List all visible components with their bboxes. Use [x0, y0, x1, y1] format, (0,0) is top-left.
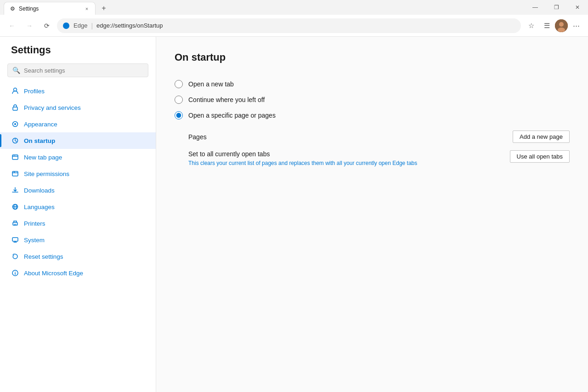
pages-header: Pages Add a new page: [188, 131, 570, 143]
sidebar-item-system[interactable]: System: [0, 232, 156, 248]
appearance-icon: [11, 120, 19, 128]
sidebar-item-languages[interactable]: Languages: [0, 199, 156, 215]
option-open-specific[interactable]: Open a specific page or pages: [175, 108, 570, 123]
add-new-page-button[interactable]: Add a new page: [513, 131, 570, 143]
option-continue-where-label: Continue where you left off: [188, 96, 265, 103]
main-content: On startup Open a new tab Continue where…: [156, 37, 588, 392]
svg-point-0: [63, 23, 69, 29]
sidebar-item-label-system: System: [24, 237, 148, 244]
settings-title: Settings: [0, 44, 156, 63]
sidebar: Settings 🔍 Profiles Privacy and servic: [0, 37, 156, 392]
svg-rect-11: [12, 171, 18, 176]
search-icon: 🔍: [12, 67, 20, 74]
sidebar-item-downloads[interactable]: Downloads: [0, 182, 156, 199]
sidebar-item-about[interactable]: About Microsoft Edge: [0, 265, 156, 281]
browser-content: Settings 🔍 Profiles Privacy and servic: [0, 37, 588, 392]
window-controls: — ❐ ✕: [525, 0, 588, 15]
radio-open-specific[interactable]: [175, 111, 183, 119]
sidebar-item-profiles[interactable]: Profiles: [0, 83, 156, 99]
tab-close-button[interactable]: ×: [83, 5, 90, 12]
more-button[interactable]: ⋯: [569, 18, 583, 33]
sidebar-item-label-reset-settings: Reset settings: [24, 253, 148, 260]
settings-tab-icon: ⚙: [9, 5, 16, 12]
back-button[interactable]: ←: [5, 18, 19, 33]
option-open-new-tab[interactable]: Open a new tab: [175, 76, 570, 92]
svg-point-2: [559, 22, 564, 27]
on-startup-icon: [11, 136, 19, 145]
address-url: edge://settings/onStartup: [96, 22, 163, 29]
sidebar-item-label-appearance: Appearance: [24, 121, 148, 128]
option-open-new-tab-label: Open a new tab: [188, 80, 234, 88]
sidebar-item-label-on-startup: On startup: [24, 137, 148, 144]
site-permissions-icon: [11, 170, 19, 178]
sidebar-item-label-privacy: Privacy and services: [24, 104, 148, 111]
svg-rect-10: [13, 155, 15, 156]
sidebar-item-printers[interactable]: Printers: [0, 215, 156, 232]
option-open-specific-label: Open a specific page or pages: [188, 112, 276, 119]
sidebar-item-on-startup[interactable]: On startup: [0, 132, 156, 149]
sidebar-item-label-about: About Microsoft Edge: [24, 270, 148, 277]
sidebar-item-site-permissions[interactable]: Site permissions: [0, 165, 156, 182]
address-box[interactable]: Edge | edge://settings/onStartup: [57, 18, 521, 33]
radio-open-new-tab[interactable]: [175, 80, 183, 88]
svg-rect-18: [12, 238, 18, 241]
profile-avatar[interactable]: [555, 19, 568, 32]
reset-settings-icon: [11, 252, 19, 261]
profiles-icon: [11, 87, 19, 95]
svg-point-3: [558, 28, 565, 32]
favorites-button[interactable]: ☆: [524, 18, 538, 33]
languages-icon: [11, 203, 19, 211]
edge-logo-icon: [62, 22, 70, 29]
printers-icon: [11, 219, 19, 227]
open-tabs-title: Set to all currently open tabs: [188, 150, 501, 158]
svg-rect-17: [13, 222, 17, 225]
privacy-icon: [11, 103, 19, 112]
close-button[interactable]: ✕: [567, 0, 588, 15]
page-title: On startup: [175, 51, 570, 63]
system-icon: [11, 236, 19, 244]
sidebar-item-label-new-tab-page: New tab page: [24, 154, 148, 161]
open-tabs-row: Set to all currently open tabs This clea…: [188, 150, 570, 167]
sidebar-item-label-printers: Printers: [24, 220, 148, 227]
svg-point-20: [15, 272, 16, 273]
search-box[interactable]: 🔍: [7, 63, 148, 77]
radio-continue-where[interactable]: [175, 96, 183, 104]
open-tabs-info: Set to all currently open tabs This clea…: [188, 150, 501, 167]
sidebar-item-new-tab-page[interactable]: New tab page: [0, 149, 156, 165]
tab-strip: ⚙ Settings × +: [0, 0, 525, 15]
refresh-button[interactable]: ⟳: [40, 18, 54, 33]
use-all-open-tabs-button[interactable]: Use all open tabs: [510, 150, 570, 163]
open-tabs-desc: This clears your current list of pages a…: [188, 159, 501, 167]
sidebar-item-label-downloads: Downloads: [24, 187, 148, 194]
pages-section: Pages Add a new page Set to all currentl…: [188, 131, 570, 167]
search-input[interactable]: [24, 67, 143, 74]
settings-tab-label: Settings: [19, 6, 80, 12]
addressbar: ← → ⟳ Edge | edge://settings/onStartup ☆…: [0, 15, 588, 37]
about-icon: [11, 269, 19, 277]
forward-button[interactable]: →: [22, 18, 37, 33]
restore-button[interactable]: ❐: [546, 0, 567, 15]
settings-tab[interactable]: ⚙ Settings ×: [4, 2, 96, 15]
collections-button[interactable]: ☰: [539, 18, 554, 33]
svg-rect-5: [13, 107, 17, 110]
pages-label: Pages: [188, 133, 207, 141]
sidebar-item-appearance[interactable]: Appearance: [0, 116, 156, 132]
address-brand: Edge: [74, 22, 87, 29]
sidebar-item-privacy[interactable]: Privacy and services: [0, 99, 156, 116]
svg-point-7: [14, 123, 16, 125]
titlebar: ⚙ Settings × + — ❐ ✕: [0, 0, 588, 15]
downloads-icon: [11, 186, 19, 194]
sidebar-item-label-profiles: Profiles: [24, 88, 148, 95]
option-continue-where[interactable]: Continue where you left off: [175, 92, 570, 108]
sidebar-item-reset-settings[interactable]: Reset settings: [0, 248, 156, 265]
minimize-button[interactable]: —: [525, 0, 546, 15]
address-separator: |: [91, 22, 93, 29]
sidebar-item-label-site-permissions: Site permissions: [24, 170, 148, 177]
new-tab-button[interactable]: +: [97, 2, 110, 15]
sidebar-item-label-languages: Languages: [24, 204, 148, 210]
address-actions: ☆ ☰ ⋯: [524, 18, 583, 33]
new-tab-page-icon: [11, 153, 19, 161]
